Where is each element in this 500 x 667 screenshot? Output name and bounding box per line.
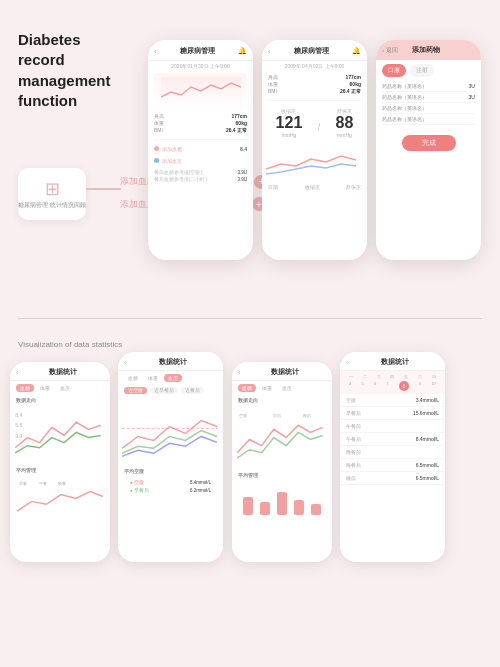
after-lunch-label: 午餐后 [346,436,361,442]
phone2-bp-header-row: 日期 收缩压 舒张压 [268,184,361,190]
pb3-back[interactable]: ‹ [238,369,240,376]
sys-col: 收缩压 [305,184,320,190]
phone-stats-3: ‹ 数据统计 血糖 体重 血压 数据走向 空腹 早后 晚后 平均管理 [232,362,332,562]
weight-value: 60kg [236,120,247,126]
pb1-header: ‹ 数据统计 [10,362,110,381]
pb4-fasting: 空腹 3.4mmol/L [340,394,445,407]
phone1-weight-row: 体重 60kg [154,120,247,126]
phone-add-medication: ‹ 返回 添加药物 口服 注射 药品名称（英语名） 3U 药品名称（英语名） 3… [376,40,481,260]
date-10[interactable]: 10 [431,381,435,391]
add-sugar-text: 添加血糖 [162,146,182,152]
arrow-line [86,188,121,190]
pb4-weekdays: 一 二 三 四 五 六 日 [344,374,441,379]
pb2-avg-row1: ● 空腹 8.4mmol/L [124,478,217,486]
drug-label-2: 药品名称（英语名） [382,94,427,100]
pb2-tab-bp[interactable]: 血压 [164,374,182,382]
pb2-avg-label-2: ● 早餐后 [130,488,149,493]
date-4[interactable]: 4 [349,381,351,391]
after-breakfast-value: 15.6mmol/L [413,410,439,416]
pb2-chart-svg [122,398,219,464]
date-7[interactable]: 7 [386,381,388,391]
pb1-tab-weight[interactable]: 体重 [36,384,54,392]
bedtime-value: 6.5mmol/L [416,475,439,481]
phone2-bp-history: 日期 收缩压 舒张压 [262,182,367,194]
postmeal-ref-label: 餐后血糖参考值(二小时): [154,177,208,182]
confirm-button[interactable]: 完成 [402,135,456,151]
svg-text:晚餐: 晚餐 [58,481,66,486]
dia-unit: mmHg [336,132,354,138]
date-5[interactable]: 5 [362,381,364,391]
feature-icon-badge: ⊞ 糖尿病管理 统计情况回顾 [18,168,86,220]
pb2-back[interactable]: ‹ [124,359,126,366]
sugar-dot [154,146,159,151]
pb3-tab-sugar[interactable]: 血糖 [238,384,256,392]
phone1-chart-svg [161,77,241,105]
day-tue: 二 [363,374,367,379]
pb3-trend-label: 数据走向 [232,395,332,405]
svg-rect-15 [311,504,321,515]
phone3-back[interactable]: ‹ 返回 [382,46,398,55]
phone2-weight-row: 体重 60kg [268,81,361,87]
phone3-row-2: 药品名称（英语名） 3U [382,92,475,103]
drug-label-3: 药品名称（英语名） [382,105,427,111]
pb2-after-lunch[interactable]: 近餐后 [181,387,204,394]
phone3-confirm-area: 完成 [382,131,475,151]
pb2-avg-values: ● 空腹 8.4mmol/L ● 早餐后 6.2mmol/L [118,476,223,496]
phone-stats-2: ‹ 数据统计 血糖 体重 血压 近空腹 近早餐后 近餐后 平均空腹 ● 空腹 8… [118,352,223,562]
svg-rect-12 [260,502,270,515]
phone2-height-row: 身高 177cm [268,74,361,80]
phone3-row-1: 药品名称（英语名） 3U [382,81,475,92]
date-6[interactable]: 6 [374,381,376,391]
phone1-add-sugar-row[interactable]: 添加血糖 8.4 [148,143,253,155]
weight-label: 体重 [154,120,164,126]
p2-weight-label: 体重 [268,81,278,87]
fasting-ref-label: 餐前血糖参考值(空腹): [154,170,203,175]
day-mon: 一 [349,374,353,379]
phone2-divider [268,100,361,101]
pb4-calendar: 一 二 三 四 五 六 日 4 5 6 7 8 9 10 [340,371,445,394]
pb2-title: 数据统计 [129,357,217,367]
postmeal-ref-value: 3.9U [237,177,247,182]
pb2-tab-sugar[interactable]: 血糖 [124,374,142,382]
phone1-chart [154,73,247,108]
pb2-chart [118,396,223,466]
phone1-add-bp-row[interactable]: 添加血压 [148,155,253,167]
phone3-row-3: 药品名称（英语名） [382,103,475,114]
pb2-tab-weight[interactable]: 体重 [144,374,162,382]
date-8-active[interactable]: 8 [399,381,409,391]
svg-text:晚后: 晚后 [303,413,311,418]
date-9[interactable]: 9 [419,381,421,391]
day-thu: 四 [390,374,394,379]
diabetes-icon: ⊞ [45,178,60,200]
inject-tab[interactable]: 注射 [410,64,434,77]
before-dinner-label: 晚餐前 [346,449,361,455]
after-lunch-value: 8.4mmol/L [416,436,439,442]
pb4-title: 数据统计 [351,357,439,367]
pb1-tab-sugar[interactable]: 血糖 [16,384,34,392]
phone2-title: 糖尿病管理 [271,46,352,56]
phone-diabetes-detail: ‹ 糖尿病管理 🔔 2009年 04月02日 上午9:00 身高 177cm 体… [262,40,367,260]
bmi-value: 26.4 正常 [226,127,247,133]
drug-value-2: 3U [469,94,475,100]
pb2-avg-fasting[interactable]: 近空腹 [124,387,147,394]
pb1-tab-bp[interactable]: 血压 [56,384,74,392]
p2-height-value: 177cm [345,74,361,80]
pb3-tab-bp[interactable]: 血压 [278,384,296,392]
oral-tab[interactable]: 口服 [382,64,406,77]
pb4-back[interactable]: ‹ [346,359,348,366]
fasting-ref-value: 3.9U [237,170,247,175]
after-breakfast-label: 早餐后 [346,410,361,416]
pb2-after-breakfast[interactable]: 近早餐后 [150,387,178,394]
phone3-header: ‹ 返回 添加药物 [376,40,481,60]
pb1-back[interactable]: ‹ [16,369,18,376]
pb1-mgmt-svg: 早餐 午餐 晚餐 [14,477,106,518]
svg-rect-11 [243,497,253,515]
phone3-title: 添加药物 [412,45,440,55]
pb2-avg-label-1: ● 空腹 [130,480,144,485]
svg-text:早后: 早后 [273,413,281,418]
dia-col: 舒张压 [346,184,361,190]
pb1-chart-trend: 8.4 5.6 3.9 [10,405,110,465]
pb3-tab-weight[interactable]: 体重 [258,384,276,392]
pb2-avg-val-2: 6.2mmol/L [190,488,211,493]
svg-text:空腹: 空腹 [239,413,247,418]
